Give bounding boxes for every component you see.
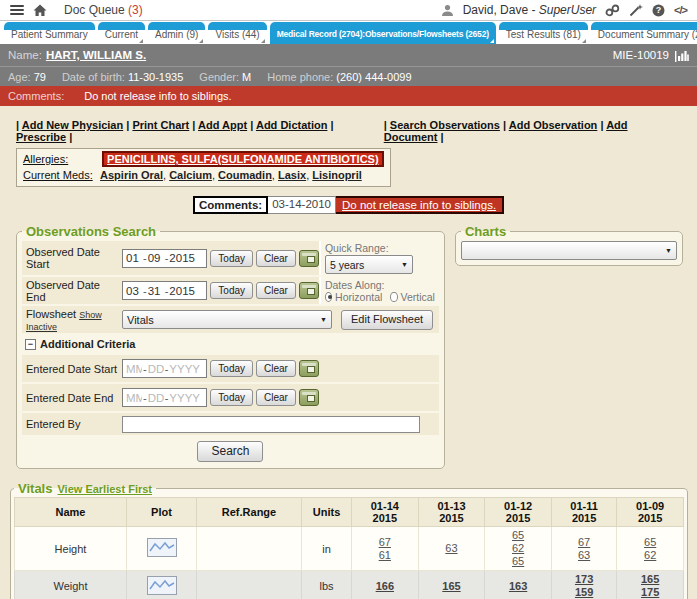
menu-icon[interactable] (10, 5, 24, 15)
observed-start-month-input[interactable] (125, 252, 143, 264)
calendar-icon[interactable] (299, 282, 319, 299)
med-link-coumadin[interactable]: Coumadin (218, 169, 272, 181)
charts-select[interactable]: ▼ (461, 241, 677, 260)
observation-value-link[interactable]: 63 (554, 549, 614, 562)
observed-end-year-input[interactable] (168, 285, 204, 297)
observation-value-link[interactable]: 165 (421, 580, 483, 593)
observed-date-end-row: Observed Date End - - Today Clear (22, 277, 439, 304)
observation-value-link[interactable]: 159 (554, 586, 614, 599)
home-icon[interactable] (33, 4, 47, 17)
current-meds-label: Current Meds: (23, 167, 97, 183)
observation-value-link[interactable]: 61 (354, 549, 416, 562)
today-button[interactable]: Today (210, 389, 253, 406)
horizontal-radio[interactable] (325, 292, 332, 302)
allergy-badge[interactable]: PENICILLINS, SULFA(SULFONAMIDE ANTIBIOTI… (102, 151, 384, 167)
calendar-icon[interactable] (299, 250, 319, 267)
clear-button[interactable]: Clear (256, 250, 296, 267)
wand-icon[interactable] (629, 4, 643, 17)
plot-chart-icon[interactable] (147, 538, 177, 557)
today-button[interactable]: Today (210, 250, 253, 267)
edit-flowsheet-button[interactable]: Edit Flowsheet (341, 310, 433, 330)
code-icon[interactable]: </> (674, 4, 687, 16)
med-link-lisinopril[interactable]: Lisinopril (312, 169, 362, 181)
vitals-table: NamePlotRef.RangeUnits01-14201501-132015… (14, 497, 684, 599)
action-link-add-appt[interactable]: Add Appt (198, 119, 247, 131)
observed-start-day-input[interactable] (147, 252, 165, 264)
patient-demographics-bar: Age:79 Date of birth:11-30-1935 Gender:M… (0, 66, 697, 86)
entered-end-day-input[interactable] (147, 392, 165, 404)
entered-end-year-input[interactable] (168, 392, 204, 404)
tab-patient-summary[interactable]: Patient Summary (4, 22, 95, 44)
today-button[interactable]: Today (210, 282, 253, 299)
observation-value-link[interactable]: 63 (421, 542, 483, 555)
med-link-calcium[interactable]: Calcium (169, 169, 212, 181)
action-link-print-chart[interactable]: Print Chart (132, 119, 189, 131)
observation-value-link[interactable]: 166 (354, 580, 416, 593)
flowsheet-select[interactable]: Vitals▼ (122, 310, 332, 329)
observation-value-link[interactable]: 65 (487, 555, 549, 568)
quick-range-select[interactable]: 5 years▼ (325, 255, 413, 274)
med-link-aspirin-oral[interactable]: Aspirin Oral (100, 169, 163, 181)
observation-value-link[interactable]: 65 (487, 529, 549, 542)
entered-by-input[interactable] (122, 416, 420, 433)
entered-end-month-input[interactable] (125, 392, 143, 404)
entered-by-label: Entered By (22, 418, 122, 430)
entered-start-year-input[interactable] (168, 363, 204, 375)
obs-name: Height (15, 527, 127, 571)
search-row: Search (22, 437, 439, 463)
patient-id: MIE-10019 (613, 49, 669, 61)
current-user[interactable]: David, Dave - SuperUser (463, 3, 596, 17)
tab-admin-9[interactable]: Admin (9) (148, 22, 205, 44)
units-cell: lbs (302, 571, 352, 599)
observation-value-link[interactable]: 62 (619, 549, 681, 562)
action-link-add-dictation[interactable]: Add Dictation (256, 119, 328, 131)
action-link-prescribe[interactable]: Prescribe (16, 131, 66, 143)
patient-name-link[interactable]: HART, WILLIAM S. (46, 49, 146, 61)
action-link-add-observation[interactable]: Add Observation (509, 119, 598, 131)
doc-queue-count: (3) (128, 3, 143, 17)
clear-button[interactable]: Clear (256, 282, 296, 299)
observation-value-link[interactable]: 62 (487, 542, 549, 555)
comment-banner-link[interactable]: Do not release info to siblings. (336, 196, 504, 214)
vertical-radio[interactable] (390, 292, 397, 302)
calendar-icon[interactable] (299, 360, 319, 377)
user-name: David, Dave - (463, 3, 539, 17)
observation-value-link[interactable]: 65 (619, 536, 681, 549)
tab-visits-44[interactable]: Visits (44) (208, 22, 266, 44)
today-button[interactable]: Today (210, 360, 253, 377)
doc-queue-link[interactable]: Doc Queue (3) (64, 3, 143, 17)
content: | Add New Physician | Print Chart | Add … (0, 119, 697, 599)
tab-document-summary-267[interactable]: Document Summary (267) (591, 22, 697, 44)
units-cell: in (302, 527, 352, 571)
observed-start-year-input[interactable] (168, 252, 204, 264)
plot-chart-icon[interactable] (147, 576, 177, 595)
tab-medical-record-2704-observatio[interactable]: Medical Record (2704):Observations/Flows… (270, 22, 496, 44)
collapse-icon[interactable]: − (25, 339, 36, 350)
observation-value-link[interactable]: 67 (554, 536, 614, 549)
action-link-search-observations[interactable]: Search Observations (390, 119, 500, 131)
allergies-box: Allergies: PENICILLINS, SULFA(SULFONAMID… (16, 148, 391, 187)
values-cell: 163 (485, 571, 552, 599)
observation-value-link[interactable]: 173 (554, 573, 614, 586)
entered-start-day-input[interactable] (147, 363, 165, 375)
view-earliest-first-link[interactable]: View Earliest First (57, 483, 152, 495)
links-icon[interactable] (605, 4, 620, 17)
observation-value-link[interactable]: 165 (619, 573, 681, 586)
tab-test-results-81[interactable]: Test Results (81) (499, 22, 588, 44)
observed-end-month-input[interactable] (125, 285, 143, 297)
chart-icon[interactable] (675, 49, 689, 62)
help-icon[interactable]: ? (652, 4, 665, 17)
calendar-icon[interactable] (299, 389, 319, 406)
observation-value-link[interactable]: 67 (354, 536, 416, 549)
med-link-lasix[interactable]: Lasix (278, 169, 306, 181)
observation-value-link[interactable]: 175 (619, 586, 681, 599)
tab-current[interactable]: Current (98, 22, 145, 44)
observed-end-day-input[interactable] (147, 285, 165, 297)
search-button[interactable]: Search (197, 441, 263, 462)
action-link-add-new-physician[interactable]: Add New Physician (22, 119, 123, 131)
observation-value-link[interactable]: 163 (487, 580, 549, 593)
clear-button[interactable]: Clear (256, 389, 296, 406)
comment-banner: Comments: 03-14-2010 Do not release info… (193, 196, 504, 214)
entered-start-month-input[interactable] (125, 363, 143, 375)
clear-button[interactable]: Clear (256, 360, 296, 377)
